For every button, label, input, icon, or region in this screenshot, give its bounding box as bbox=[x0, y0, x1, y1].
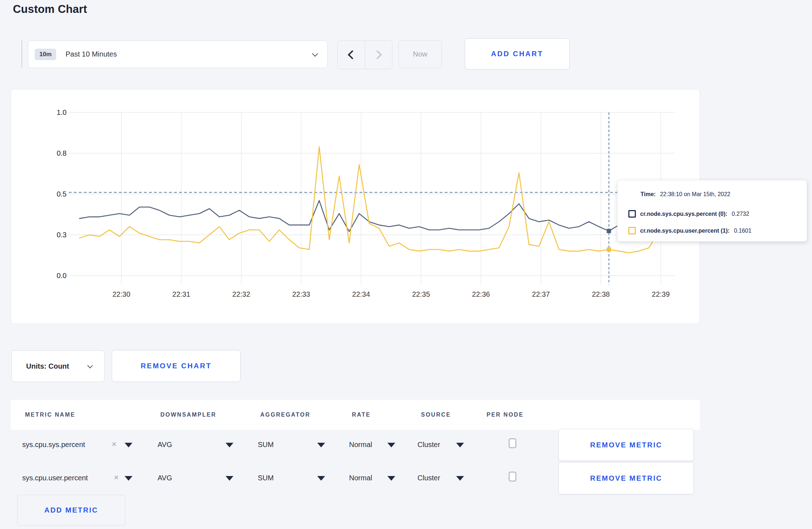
time-back-button[interactable] bbox=[338, 41, 365, 69]
tooltip-series-sys-value: 0.2732 bbox=[732, 211, 749, 217]
chevron-right-icon bbox=[373, 50, 382, 59]
column-header-metric-name: METRIC NAME bbox=[25, 400, 75, 430]
per-node-checkbox[interactable] bbox=[509, 472, 516, 481]
column-header-source: SOURCE bbox=[421, 400, 451, 430]
rate-select[interactable]: Normal bbox=[349, 474, 372, 482]
column-header-per-node: PER NODE bbox=[487, 400, 524, 430]
series-swatch-sys-icon bbox=[628, 210, 636, 218]
downsampler-caret-icon[interactable] bbox=[226, 443, 233, 447]
add-chart-button[interactable]: ADD CHART bbox=[465, 38, 570, 69]
chart-tooltip: Time: 22:38:10 on Mar 15th, 2022 cr.node… bbox=[617, 180, 807, 242]
aggregator-select[interactable]: SUM bbox=[258, 474, 274, 482]
time-forward-button[interactable] bbox=[365, 41, 392, 69]
downsampler-caret-icon[interactable] bbox=[226, 476, 233, 481]
metric-name-cell[interactable]: sys.cpu.sys.percent bbox=[22, 441, 85, 449]
add-metric-button[interactable]: ADD METRIC bbox=[17, 495, 125, 526]
tooltip-time-label: Time: bbox=[641, 191, 656, 198]
clear-metric-icon[interactable]: × bbox=[112, 440, 116, 449]
custom-chart-page: Custom Chart 10m Past 10 Minutes Now ADD… bbox=[0, 0, 812, 529]
rate-caret-icon[interactable] bbox=[387, 443, 395, 447]
downsampler-select[interactable]: AVG bbox=[158, 441, 172, 449]
per-node-checkbox[interactable] bbox=[509, 438, 516, 448]
page-title: Custom Chart bbox=[13, 3, 87, 16]
remove-metric-button[interactable]: REMOVE METRIC bbox=[559, 429, 694, 461]
column-header-rate: RATE bbox=[352, 400, 371, 430]
rate-caret-icon[interactable] bbox=[387, 476, 395, 481]
chart-card bbox=[11, 89, 700, 324]
rate-select[interactable]: Normal bbox=[349, 441, 372, 449]
downsampler-select[interactable]: AVG bbox=[158, 474, 172, 482]
metric-name-cell[interactable]: sys.cpu.user.percent bbox=[22, 474, 88, 482]
tooltip-series-user-value: 0.1601 bbox=[734, 228, 751, 234]
tooltip-time-value: 22:38:10 on Mar 15th, 2022 bbox=[660, 191, 730, 198]
units-dropdown[interactable]: Units: Count bbox=[11, 350, 105, 382]
remove-metric-button[interactable]: REMOVE METRIC bbox=[559, 462, 694, 494]
clear-metric-icon[interactable]: × bbox=[114, 473, 119, 482]
metrics-table-header: METRIC NAME DOWNSAMPLER AGGREGATOR RATE … bbox=[11, 400, 700, 430]
source-caret-icon[interactable] bbox=[456, 476, 464, 481]
time-range-badge: 10m bbox=[35, 49, 56, 60]
now-button[interactable]: Now bbox=[398, 40, 442, 68]
source-select[interactable]: Cluster bbox=[417, 474, 440, 482]
time-range-dropdown[interactable]: 10m Past 10 Minutes bbox=[28, 40, 328, 68]
source-caret-icon[interactable] bbox=[456, 443, 464, 447]
source-select[interactable]: Cluster bbox=[417, 441, 440, 449]
remove-chart-button[interactable]: REMOVE CHART bbox=[112, 350, 241, 382]
metric-name-caret-icon[interactable] bbox=[125, 476, 132, 481]
column-header-aggregator: AGGREGATOR bbox=[260, 400, 310, 430]
aggregator-caret-icon[interactable] bbox=[317, 443, 325, 447]
units-label: Units: Count bbox=[26, 362, 69, 370]
metric-name-caret-icon[interactable] bbox=[125, 443, 132, 447]
toolbar-divider bbox=[21, 40, 22, 68]
series-swatch-user-icon bbox=[628, 227, 636, 234]
tooltip-series-sys-label: cr.node.sys.cpu.sys.percent (0): bbox=[640, 211, 728, 217]
chevron-down-icon bbox=[312, 51, 318, 57]
chevron-down-icon bbox=[87, 363, 93, 369]
aggregator-select[interactable]: SUM bbox=[258, 441, 274, 449]
column-header-downsampler: DOWNSAMPLER bbox=[160, 400, 216, 430]
tooltip-series-user-label: cr.node.sys.cpu.user.percent (1): bbox=[640, 228, 730, 234]
time-range-label: Past 10 Minutes bbox=[66, 50, 117, 58]
chevron-left-icon bbox=[348, 50, 357, 59]
aggregator-caret-icon[interactable] bbox=[317, 476, 325, 481]
time-nav-group bbox=[337, 40, 392, 69]
